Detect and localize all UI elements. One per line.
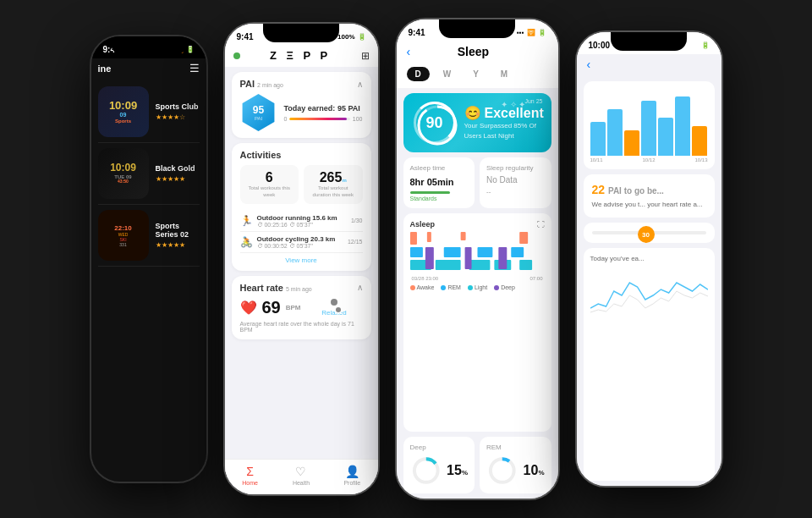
pai-info-card: 22 PAI to go be... We advise you t... yo… <box>584 174 715 218</box>
activities-card: Activities 6 Total workouts thisweek 265… <box>232 143 371 271</box>
sleep-chart-card: Asleep ⛶ <box>403 213 551 432</box>
status-icons-phone2: 100% 🔋 <box>337 33 365 41</box>
watch-info-sports: Sports Club ★★★★☆ <box>156 102 200 121</box>
sleep-quality-section: 😊 Excellent Your Surpassed 85% Of Users … <box>464 105 544 140</box>
asleep-time-card: Asleep time 8hr 05min Standards <box>403 157 475 208</box>
workouts-stat: 6 Total workouts thisweek <box>240 165 299 204</box>
pai-sparkline-card: Today you've ea... <box>584 248 715 481</box>
zepp-bottom-nav: Σ Home ♡ Health 👤 Profile <box>225 459 378 494</box>
pai-value: 95 <box>253 104 264 116</box>
hr-unit: BPM <box>286 304 301 311</box>
zepp-header: Z Ξ P P ⊞ <box>225 46 378 67</box>
pai-card-title: PAI 2 min ago <box>240 79 283 89</box>
awake-label: Awake <box>417 284 435 290</box>
sidebar-header: ine ☰ <box>91 58 206 78</box>
chart-title: Asleep <box>410 220 436 229</box>
cycling-name: Outdoor cycling 20.3 km <box>257 235 343 243</box>
nav-home[interactable]: Σ Home <box>225 465 276 486</box>
sparkle-decoration: ✦ ✧ ✦ <box>501 100 526 109</box>
rem-value: 10% <box>524 463 545 478</box>
running-name: Outdoor running 15.6 km <box>257 214 347 222</box>
cycling-details: Outdoor cycling 20.3 km ⏱ 00:30:52 ⏱ 05'… <box>257 235 343 249</box>
watch-face-sports02: 22:10 WED SKI 331 <box>98 210 149 261</box>
pai-slider-handle[interactable]: 30 <box>638 226 655 243</box>
pai-bar-col-7 <box>692 126 707 156</box>
tab-day[interactable]: D <box>407 67 430 81</box>
sleep-desc-text: Your Surpassed 85% Of Users Last Night <box>464 121 544 140</box>
pai-back-button[interactable]: ‹ <box>587 58 591 71</box>
status-icons-phone4: 🔋 <box>701 41 710 49</box>
pai-earned-value: 95 <box>337 104 346 113</box>
sleep-desc-line1: Your Surpassed 85% Of <box>464 122 537 130</box>
notch-phone4 <box>611 32 687 51</box>
watch-item[interactable]: 10:09 TUE 09 43:50 Black Gold ★★★★★ <box>98 143 200 205</box>
pai-card: PAI 2 min ago ∧ 95 PAI Today earned: <box>232 72 371 138</box>
deep-dot <box>494 285 499 290</box>
hr-chevron[interactable]: ∧ <box>357 283 363 292</box>
status-dot <box>233 52 240 59</box>
nav-health[interactable]: ♡ Health <box>276 465 326 486</box>
watch-info-gold: Black Gold ★★★★★ <box>156 164 200 183</box>
grid-icon[interactable]: ⊞ <box>361 50 370 62</box>
health-icon: ♡ <box>295 465 306 478</box>
svg-rect-14 <box>519 260 532 270</box>
pai-chart-card: 10/11 10/12 10/13 <box>584 81 715 169</box>
notch-phone2 <box>263 24 339 42</box>
pai-earned-text: Today earned: 95 PAI <box>284 104 363 113</box>
sleep-desc-line2: Users Last Night <box>464 132 514 140</box>
nav-profile[interactable]: 👤 Profile <box>326 465 377 486</box>
pai-chevron[interactable]: ∧ <box>357 80 363 89</box>
running-count: 1/30 <box>351 218 363 223</box>
sleep-stages-svg <box>410 232 545 274</box>
legend-rem: REM <box>441 284 461 290</box>
pai-slider-card: 30 <box>584 223 715 243</box>
sleep-emoji: 😊 <box>464 105 481 121</box>
rem-label: REM <box>447 284 461 290</box>
asleep-time-label: Asleep time <box>410 164 469 172</box>
activity-row-running[interactable]: 🏃 Outdoor running 15.6 km ⏱ 00:25:16 ⏱ 0… <box>240 211 363 232</box>
profile-icon: 👤 <box>345 465 359 478</box>
sleep-date: Jun 25 <box>524 98 542 104</box>
date-label-2: 10/12 <box>642 157 655 163</box>
pai-sparkline-svg <box>590 266 708 317</box>
cycling-count: 12/15 <box>348 239 363 245</box>
watch-time-display2: 10:09 TUE 09 43:50 <box>110 163 136 184</box>
sleep-content: ✦ ✧ ✦ Jun 25 90 😊 Excellent <box>397 88 558 499</box>
asleep-bar <box>410 191 451 194</box>
tab-year[interactable]: Y <box>464 67 487 81</box>
menu-icon[interactable]: ☰ <box>189 62 200 74</box>
pai-advice-text: We advise you t... your heart rate a... <box>592 200 706 209</box>
duration-num: 265m <box>309 170 358 185</box>
today-label: Today you've ea... <box>590 255 708 262</box>
chart-time-end: 07:00 <box>529 276 542 281</box>
sidebar-label: ine <box>98 63 112 74</box>
expand-icon[interactable]: ⛶ <box>537 220 545 229</box>
heart-emoji: ❤️ <box>240 300 257 316</box>
watch-item[interactable]: 22:10 WED SKI 331 Sports Series 02 ★★★★★ <box>98 205 200 267</box>
tab-week[interactable]: W <box>435 67 459 81</box>
svg-rect-6 <box>410 247 423 257</box>
sleep-score-value: 90 <box>425 114 442 132</box>
activity-row-cycling[interactable]: 🚴 Outdoor cycling 20.3 km ⏱ 00:30:52 ⏱ 0… <box>240 232 363 253</box>
tab-month[interactable]: M <box>492 67 516 81</box>
watch-stars: ★★★★☆ <box>156 113 200 121</box>
battery-icon2: 🔋 <box>358 33 366 41</box>
battery-pct: 100% <box>337 33 354 41</box>
asleep-time-value: 8hr 05min <box>410 175 469 188</box>
chart-header: Asleep ⛶ <box>410 220 545 229</box>
duration-desc: Total workoutduration this week <box>309 185 358 199</box>
view-more[interactable]: View more <box>240 253 363 264</box>
duration-unit: m <box>342 178 346 183</box>
hr-indicator <box>334 306 343 314</box>
home-icon: Σ <box>246 465 254 478</box>
light-label: Light <box>475 284 487 290</box>
phones-container: 9:41 ▪▪▪ 🛜 🔋 ine ☰ 10:09 09 <box>0 0 812 518</box>
deep-donut <box>410 455 442 487</box>
nav-health-label: Health <box>293 480 310 486</box>
watch-item[interactable]: 10:09 09 Sports Sports Club ★★★★☆ <box>98 81 200 143</box>
heart-rate-card: Heart rate 5 min ago ∧ ❤️ 69 BPM <box>232 276 371 339</box>
running-details: Outdoor running 15.6 km ⏱ 00:25:16 ⏱ 05'… <box>257 214 347 228</box>
sleep-metrics-row: Asleep time 8hr 05min Standards Sleep re… <box>403 157 551 208</box>
nav-home-label: Home <box>242 480 258 486</box>
running-icon: 🏃 <box>240 215 253 227</box>
